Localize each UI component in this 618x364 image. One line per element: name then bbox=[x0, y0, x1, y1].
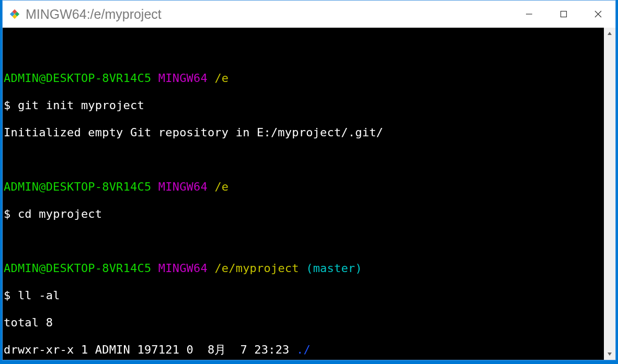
prompt-userhost: ADMIN@DESKTOP-8VR14C5 bbox=[4, 180, 151, 193]
output-line: Initialized empty Git repository in E:/m… bbox=[4, 126, 383, 139]
ls-row: drwxr-xr-x 1 ADMIN 197121 0 8月 7 23:23 bbox=[4, 343, 296, 356]
prompt-shell: MINGW64 bbox=[158, 72, 208, 85]
prompt-dollar: $ bbox=[4, 207, 10, 220]
prompt-dollar: $ bbox=[4, 99, 10, 112]
prompt-dollar: $ bbox=[4, 289, 10, 302]
prompt-shell: MINGW64 bbox=[158, 262, 208, 275]
maximize-button[interactable] bbox=[546, 1, 581, 28]
scroll-down-icon[interactable] bbox=[604, 348, 615, 360]
prompt-userhost: ADMIN@DESKTOP-8VR14C5 bbox=[4, 72, 151, 85]
close-button[interactable] bbox=[581, 1, 615, 28]
scroll-up-icon[interactable] bbox=[604, 28, 615, 39]
prompt-userhost: ADMIN@DESKTOP-8VR14C5 bbox=[4, 262, 151, 275]
app-icon bbox=[9, 8, 20, 20]
prompt-branch: (master) bbox=[306, 262, 362, 275]
prompt-shell: MINGW64 bbox=[158, 180, 208, 193]
command-text: cd myproject bbox=[18, 207, 102, 220]
scrollbar[interactable] bbox=[604, 28, 615, 360]
prompt-path: /e bbox=[214, 72, 228, 85]
svg-marker-10 bbox=[608, 353, 612, 356]
window-controls bbox=[512, 1, 615, 28]
terminal-window: MINGW64:/e/myproject ADMIN@DESKTOP-8VR14… bbox=[2, 0, 616, 360]
svg-rect-6 bbox=[561, 11, 567, 17]
prompt-path: /e/myproject bbox=[214, 262, 299, 275]
terminal-output[interactable]: ADMIN@DESKTOP-8VR14C5 MINGW64 /e $ git i… bbox=[3, 28, 604, 360]
prompt-path: /e bbox=[214, 180, 228, 193]
command-text: git init myproject bbox=[18, 99, 144, 112]
svg-marker-9 bbox=[608, 32, 612, 35]
minimize-button[interactable] bbox=[512, 1, 546, 28]
ls-dirname: ./ bbox=[296, 343, 311, 356]
window-title: MINGW64:/e/myproject bbox=[26, 7, 512, 22]
command-text: ll -al bbox=[18, 289, 60, 302]
output-line: total 8 bbox=[4, 316, 53, 329]
titlebar[interactable]: MINGW64:/e/myproject bbox=[3, 1, 615, 28]
client-area: ADMIN@DESKTOP-8VR14C5 MINGW64 /e $ git i… bbox=[3, 28, 615, 360]
